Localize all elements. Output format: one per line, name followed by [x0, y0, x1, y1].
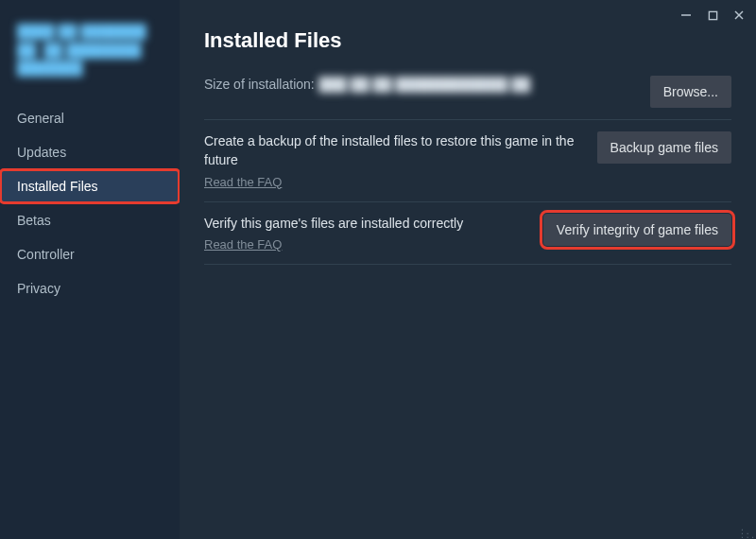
verify-row: Verify this game's files are installed c…: [204, 202, 731, 265]
app-root: ████ ██ ███████ ██: ██ ████████ ███████ …: [0, 0, 756, 539]
verify-description: Verify this game's files are installed c…: [204, 214, 528, 233]
sidebar-item-label: General: [17, 111, 64, 126]
install-size-text: Size of installation: ███ ██ ██ ████████…: [204, 76, 650, 95]
sidebar-item-updates[interactable]: Updates: [0, 135, 180, 169]
install-size-label: Size of installation:: [204, 77, 315, 92]
svg-rect-1: [709, 11, 716, 19]
sidebar-nav: General Updates Installed Files Betas Co…: [0, 101, 180, 305]
verify-faq-link[interactable]: Read the FAQ: [204, 237, 282, 252]
game-title: ████ ██ ███████ ██: ██ ████████ ███████: [17, 23, 163, 78]
close-button[interactable]: [731, 8, 747, 23]
backup-row: Create a backup of the installed files t…: [204, 120, 731, 202]
backup-faq-link[interactable]: Read the FAQ: [204, 175, 282, 189]
sidebar-item-privacy[interactable]: Privacy: [0, 271, 180, 305]
minimize-button[interactable]: [679, 8, 694, 23]
sidebar-item-label: Privacy: [17, 281, 60, 296]
sidebar-item-general[interactable]: General: [0, 101, 180, 135]
sidebar-item-controller[interactable]: Controller: [0, 237, 180, 271]
sidebar-item-installed-files[interactable]: Installed Files: [0, 169, 180, 203]
install-location-row: Size of installation: ███ ██ ██ ████████…: [204, 76, 731, 120]
game-title-area: ████ ██ ███████ ██: ██ ████████ ███████: [0, 17, 180, 101]
backup-description: Create a backup of the installed files t…: [204, 131, 582, 170]
maximize-button[interactable]: [705, 8, 720, 23]
sidebar-item-betas[interactable]: Betas: [0, 203, 180, 237]
install-path: ███ ██ ██ ████████████ ██: [318, 77, 530, 92]
backup-game-files-button[interactable]: Backup game files: [597, 131, 731, 164]
page-title: Installed Files: [204, 28, 731, 53]
sidebar-item-label: Updates: [17, 145, 66, 160]
sidebar-item-label: Controller: [17, 247, 75, 262]
browse-button[interactable]: Browse...: [650, 76, 731, 108]
sidebar: ████ ██ ███████ ██: ██ ████████ ███████ …: [0, 0, 180, 539]
main-panel: Installed Files Size of installation: ██…: [180, 0, 756, 539]
maximize-icon: [708, 10, 718, 21]
sidebar-item-label: Installed Files: [17, 179, 98, 194]
window-controls: [679, 8, 747, 23]
close-icon: [733, 9, 745, 21]
verify-integrity-button[interactable]: Verify integrity of game files: [543, 214, 731, 246]
resize-grip[interactable]: .. .. . .: [741, 526, 754, 537]
sidebar-item-label: Betas: [17, 213, 51, 228]
minimize-icon: [680, 9, 692, 21]
